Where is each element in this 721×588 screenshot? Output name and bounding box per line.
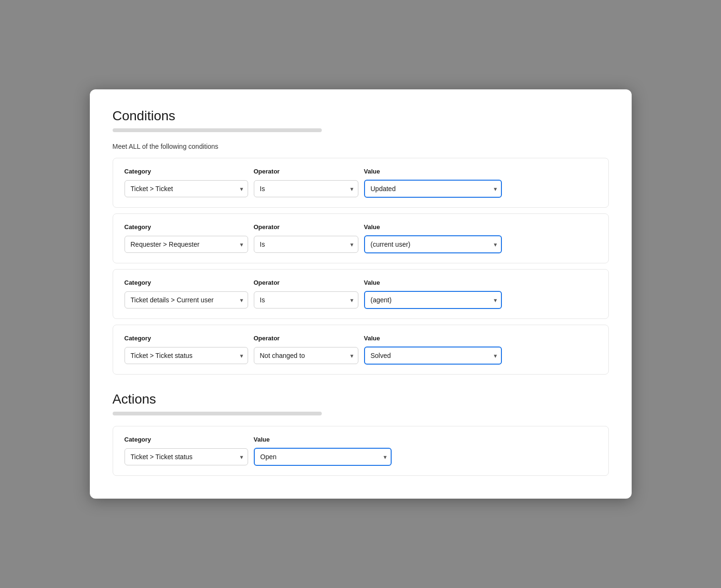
condition-row-1-labels: Category Operator Value [125,168,597,175]
value-label-3: Value [364,279,502,286]
category-select-2[interactable]: Requester > Requester [125,236,248,253]
actions-section: Actions Category Value Ticket > Ticket s… [113,392,609,476]
value-select-wrapper-3: (agent) ▾ [364,291,502,309]
category-select-wrapper-2: Requester > Requester ▾ [125,236,248,253]
condition-row-1: Category Operator Value Ticket > Ticket … [113,158,609,208]
condition-row-2-labels: Category Operator Value [125,223,597,231]
condition-row-4-inputs: Ticket > Ticket status ▾ Not changed to … [125,347,597,365]
category-select-3[interactable]: Ticket details > Current user [125,291,248,308]
condition-row-3: Category Operator Value Ticket details >… [113,269,609,319]
operator-label-4: Operator [254,335,358,342]
action-row-1: Category Value Ticket > Ticket status ▾ … [113,426,609,476]
category-select-wrapper-3: Ticket details > Current user ▾ [125,291,248,308]
operator-label-2: Operator [254,223,358,231]
condition-row-2: Category Operator Value Requester > Requ… [113,213,609,263]
conditions-divider [113,128,322,132]
operator-label-1: Operator [254,168,358,175]
value-label-4: Value [364,335,502,342]
value-select-2[interactable]: (current user) [364,235,502,253]
operator-select-wrapper-2: Is ▾ [254,236,358,253]
actions-title: Actions [113,392,609,407]
condition-row-4: Category Operator Value Ticket > Ticket … [113,325,609,375]
operator-select-wrapper-3: Is ▾ [254,291,358,308]
operator-select-4[interactable]: Not changed to [254,347,358,364]
value-select-wrapper-1: Updated ▾ [364,180,502,198]
operator-select-wrapper-4: Not changed to ▾ [254,347,358,364]
value-select-1[interactable]: Updated [364,180,502,198]
action-category-label-1: Category [125,436,248,443]
condition-row-4-labels: Category Operator Value [125,335,597,342]
category-select-1[interactable]: Ticket > Ticket [125,180,248,197]
action-category-select-wrapper-1: Ticket > Ticket status ▾ [125,448,248,465]
operator-select-wrapper-1: Is ▾ [254,180,358,197]
condition-row-1-inputs: Ticket > Ticket ▾ Is ▾ Updated ▾ [125,180,597,198]
value-label-2: Value [364,223,502,231]
operator-select-3[interactable]: Is [254,291,358,308]
category-select-wrapper-1: Ticket > Ticket ▾ [125,180,248,197]
action-row-1-inputs: Ticket > Ticket status ▾ Open ▾ [125,448,597,466]
condition-row-2-inputs: Requester > Requester ▾ Is ▾ (current us… [125,235,597,253]
conditions-subtitle: Meet ALL of the following conditions [113,143,609,150]
operator-select-1[interactable]: Is [254,180,358,197]
category-select-4[interactable]: Ticket > Ticket status [125,347,248,364]
value-select-4[interactable]: Solved [364,347,502,365]
action-value-select-wrapper-1: Open ▾ [254,448,392,466]
action-value-label-1: Value [254,436,392,443]
action-category-select-1[interactable]: Ticket > Ticket status [125,448,248,465]
actions-divider [113,412,322,415]
value-select-wrapper-4: Solved ▾ [364,347,502,365]
operator-label-3: Operator [254,279,358,286]
main-window: Conditions Meet ALL of the following con… [90,89,632,499]
condition-row-3-inputs: Ticket details > Current user ▾ Is ▾ (ag… [125,291,597,309]
operator-select-2[interactable]: Is [254,236,358,253]
action-row-1-labels: Category Value [125,436,597,443]
category-label-3: Category [125,279,248,286]
category-select-wrapper-4: Ticket > Ticket status ▾ [125,347,248,364]
category-label-2: Category [125,223,248,231]
conditions-title: Conditions [113,108,609,124]
value-select-3[interactable]: (agent) [364,291,502,309]
condition-row-3-labels: Category Operator Value [125,279,597,286]
category-label-1: Category [125,168,248,175]
category-label-4: Category [125,335,248,342]
value-select-wrapper-2: (current user) ▾ [364,235,502,253]
action-value-select-1[interactable]: Open [254,448,392,466]
value-label-1: Value [364,168,502,175]
